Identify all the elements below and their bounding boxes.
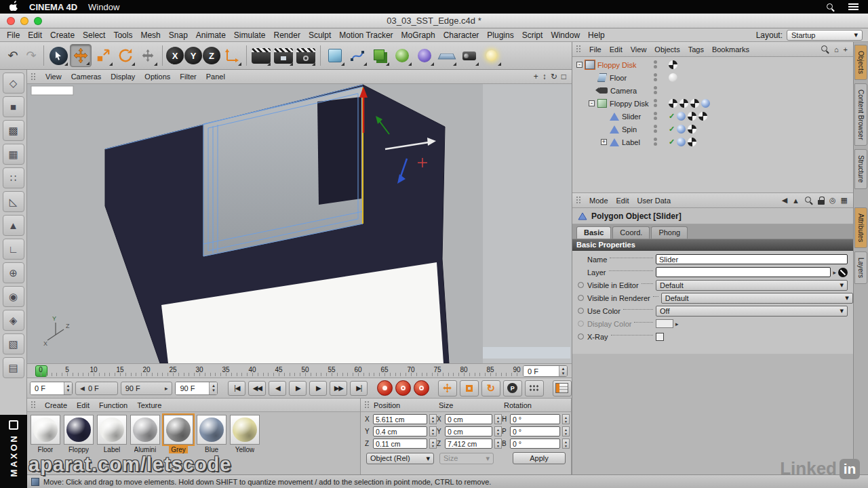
panel-grip[interactable] [576,45,582,54]
tab-phong[interactable]: Phong [651,226,688,239]
visibility-dots[interactable] [654,86,657,94]
object-row-floor[interactable]: Floor [572,71,853,84]
am-target-icon[interactable]: ◎ [829,196,836,205]
quantize-button[interactable]: ◈ [3,310,24,331]
range-start-field[interactable]: ◀ 0 F [75,382,118,395]
viewport-menu-panel[interactable]: Panel [202,73,229,81]
render-view-button[interactable] [250,44,272,67]
om-menu-view[interactable]: View [627,45,651,54]
phong-tag-icon[interactable] [677,125,686,134]
material-item[interactable]: Floppy [63,415,94,453]
menu-select[interactable]: Select [79,30,109,40]
menu-script[interactable]: Script [518,30,547,40]
menu-motion-tracker[interactable]: Motion Tracker [335,30,397,40]
lock-x-axis-button[interactable]: X [166,44,184,67]
menu-snap[interactable]: Snap [165,30,192,40]
last-tool-button[interactable] [137,44,159,67]
keyframe-dot-icon[interactable] [578,282,584,288]
add-cube-button[interactable] [324,44,346,67]
texture-tag-icon[interactable] [679,99,688,108]
om-search-icon[interactable] [821,45,829,54]
object-row-camera[interactable]: Camera [572,84,853,97]
stepper-icon[interactable] [429,414,437,424]
material-item[interactable]: Yellow [229,415,260,453]
goto-start-button[interactable]: |◀ [228,381,245,396]
coordinate-system-button[interactable] [221,44,243,67]
key-parameter-toggle[interactable]: P [503,380,522,396]
am-up-icon[interactable]: ▲ [792,197,800,205]
key-pla-toggle[interactable] [525,380,544,396]
next-key-button[interactable]: ▶▶ [330,381,347,396]
tab-coord[interactable]: Coord. [612,226,650,239]
apple-menu-icon[interactable] [9,1,18,13]
spline-pen-button[interactable] [347,44,368,67]
workplane-mode-button[interactable]: ▦ [3,144,24,165]
keyframe-dot-icon[interactable] [578,333,584,340]
material-menu-create[interactable]: Create [40,401,72,409]
texture-tag-icon[interactable] [688,112,696,121]
size-y-input[interactable]: 0 cm [445,426,492,436]
undo-button[interactable]: ↶ [4,44,22,67]
material-menu-function[interactable]: Function [94,401,132,409]
size-mode-select[interactable]: Size ▾ [439,453,494,464]
menu-animate[interactable]: Animate [192,30,230,40]
panel-grip[interactable] [576,196,582,205]
size-x-input[interactable]: 0 cm [445,414,492,424]
stepper-icon[interactable] [562,439,570,449]
render-picture-viewer-button[interactable] [273,44,294,67]
texture-tag-icon[interactable] [669,99,677,108]
enabled-check-icon[interactable]: ✓ [669,125,675,134]
points-mode-button[interactable]: ∷ [3,167,24,188]
viewport-3d[interactable]: Y X Z [27,84,572,363]
keyframe-selection-button[interactable] [414,380,429,396]
menu-tools[interactable]: Tools [109,30,136,40]
mac-app-name[interactable]: CINEMA 4D [29,2,77,12]
material-item[interactable]: Label [96,415,127,453]
size-z-input[interactable]: 7.412 cm [445,439,492,449]
object-row-floppy-disk-group[interactable]: - Floppy Disk [572,97,853,110]
current-frame-field[interactable]: 0 F [523,365,568,377]
visibility-dots[interactable] [654,138,657,146]
record-keyframe-button[interactable] [377,380,393,396]
menu-mesh[interactable]: Mesh [136,30,164,40]
mograph-cloner-button[interactable] [369,44,391,67]
object-row-label[interactable]: + Label ✓ [572,136,853,148]
environment-button[interactable] [436,44,458,67]
lock-z-axis-button[interactable]: Z [203,44,220,67]
menu-mograph[interactable]: MoGraph [397,30,439,40]
goto-end-button[interactable]: ▶| [350,381,368,396]
position-x-input[interactable]: 5.611 cm [373,414,427,424]
phong-tag-icon[interactable] [701,99,710,108]
snap-button[interactable]: ◉ [3,286,24,307]
name-input[interactable]: Slider [656,254,848,264]
om-menu-bookmarks[interactable]: Bookmarks [708,45,753,54]
viewport-filter-button[interactable]: ▤ [3,357,24,378]
expand-icon[interactable]: + [601,139,607,145]
deformer-button[interactable] [414,44,435,67]
current-frame-spinner[interactable]: 0 F [30,382,73,395]
menu-help[interactable]: Help [584,30,609,40]
tab-objects[interactable]: Objects [854,45,867,80]
menu-character[interactable]: Character [439,30,484,40]
visibility-dots[interactable] [654,73,657,81]
keyframe-dot-icon[interactable] [578,295,584,301]
range-end-field[interactable]: 90 F ▸ [121,382,173,395]
axis-mode-button[interactable]: ∟ [3,239,24,260]
visible-renderer-select[interactable]: Default ▾ [661,293,853,304]
tab-content-browser[interactable]: Content Browser [854,83,867,146]
viewport-menu-display[interactable]: Display [106,73,139,81]
viewport-menu-cameras[interactable]: Cameras [67,73,106,81]
layout-select[interactable]: Startup ▾ [787,30,863,41]
keyframe-dot-icon[interactable] [578,321,584,327]
panel-grip[interactable] [31,401,37,409]
rotate-tool-button[interactable] [115,44,136,67]
key-rotation-toggle[interactable]: ↻ [481,380,500,396]
am-menu-edit[interactable]: Edit [612,197,633,205]
stepper-icon[interactable] [494,439,502,449]
collapse-icon[interactable]: - [576,62,583,68]
enable-axis-button[interactable]: ⊕ [3,262,24,283]
key-scale-toggle[interactable] [460,380,479,396]
mac-menu-window[interactable]: Window [88,2,119,12]
texture-tag-icon[interactable] [698,112,707,121]
om-home-icon[interactable]: ⌂ [834,45,839,54]
